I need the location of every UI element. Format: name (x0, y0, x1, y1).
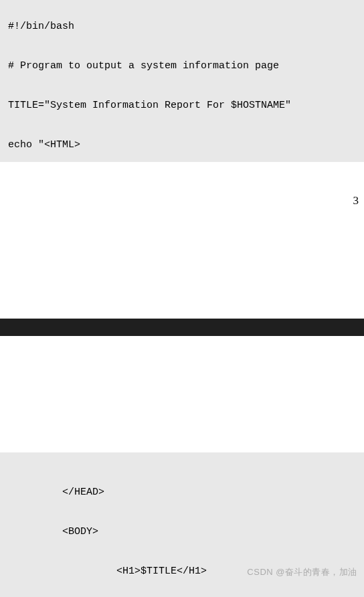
code-line: TITLE="System Information Report For $HO… (8, 99, 356, 112)
code-line: #!/bin/bash (8, 20, 356, 33)
page-number-area: 3 (0, 162, 364, 319)
code-line: <H1>$TITLE</H1> (8, 565, 356, 578)
code-line: </HEAD> (8, 486, 356, 499)
page-number: 3 (353, 194, 359, 207)
divider-band (0, 319, 364, 336)
page-gap (0, 336, 364, 452)
code-line: <BODY> (8, 525, 356, 539)
code-line: echo "<HTML> (8, 139, 356, 152)
code-block-bottom: </HEAD> <BODY> <H1>$TITLE</H1> </BODY> <… (0, 452, 364, 597)
code-block-top: #!/bin/bash # Program to output a system… (0, 0, 364, 162)
code-line: # Program to output a system information… (8, 60, 356, 73)
